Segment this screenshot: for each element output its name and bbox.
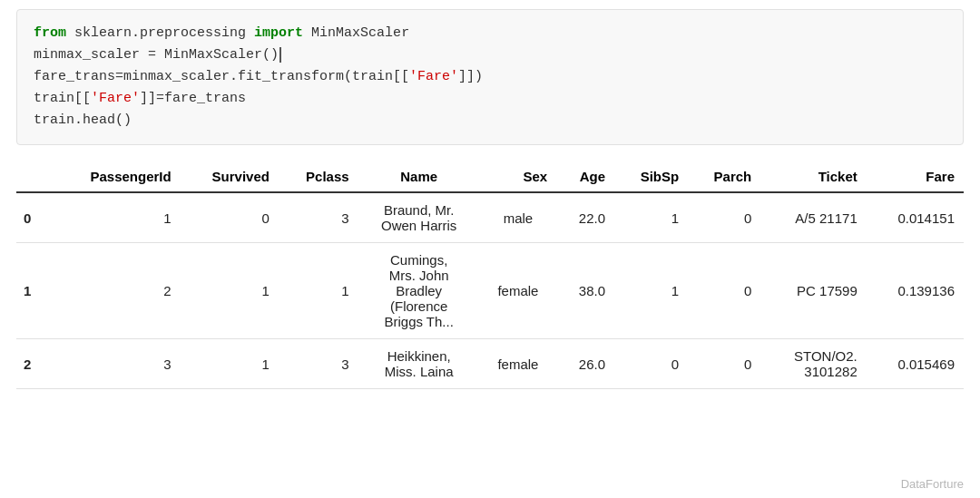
code-line-3: fare_trans=minmax_scaler.fit_transform(t… [34,66,946,88]
cell-index: 2 [16,339,52,389]
cell-ticket: PC 17599 [760,243,867,339]
cell-name: Cumings,Mrs. JohnBradley(FlorenceBriggs … [358,243,480,339]
col-header-name: Name [358,161,480,192]
cell-pclass: 1 [279,243,358,339]
cell-ticket: STON/O2.3101282 [760,339,867,389]
cell-age: 26.0 [556,339,614,389]
cell-pclass: 3 [279,339,358,389]
cell-fare: 0.014151 [867,192,964,243]
cell-sex: female [480,339,556,389]
data-table: PassengerId Survived Pclass Name Sex Age… [16,161,964,389]
cell-passengerid: 2 [52,243,181,339]
dataframe-table: PassengerId Survived Pclass Name Sex Age… [16,161,964,389]
cell-age: 22.0 [556,192,614,243]
cell-parch: 0 [688,243,760,339]
cell-index: 1 [16,243,52,339]
col-header-sibsp: SibSp [614,161,688,192]
cell-sibsp: 0 [614,339,688,389]
code-line-2: minmax_scaler = MinMaxScaler() [34,44,946,66]
table-row: 1 2 1 1 Cumings,Mrs. JohnBradley(Florenc… [16,243,964,339]
cell-survived: 1 [181,243,279,339]
watermark: DataForture [901,477,964,491]
cell-age: 38.0 [556,243,614,339]
col-header-sex: Sex [480,161,556,192]
table-row: 0 1 0 3 Braund, Mr.Owen Harris male 22.0… [16,192,964,243]
col-header-pclass: Pclass [279,161,358,192]
table-row: 2 3 1 3 Heikkinen,Miss. Laina female 26.… [16,339,964,389]
code-line-5: train.head() [34,110,946,132]
code-line-4: train[['Fare']]=fare_trans [34,88,946,110]
cell-sibsp: 1 [614,243,688,339]
cell-passengerid: 3 [52,339,181,389]
keyword-from: from [34,25,66,41]
col-header-survived: Survived [181,161,279,192]
cell-survived: 0 [181,192,279,243]
cell-passengerid: 1 [52,192,181,243]
col-header-parch: Parch [688,161,760,192]
cell-sibsp: 1 [614,192,688,243]
cell-fare: 0.139136 [867,243,964,339]
cell-parch: 0 [688,339,760,389]
cell-ticket: A/5 21171 [760,192,867,243]
cell-parch: 0 [688,192,760,243]
col-header-age: Age [556,161,614,192]
col-header-passengerid: PassengerId [52,161,181,192]
cell-index: 0 [16,192,52,243]
col-header-ticket: Ticket [760,161,867,192]
cell-sex: female [480,243,556,339]
keyword-import: import [254,25,303,41]
cell-fare: 0.015469 [867,339,964,389]
table-header-row: PassengerId Survived Pclass Name Sex Age… [16,161,964,192]
col-header-fare: Fare [867,161,964,192]
code-block: from sklearn.preprocessing import MinMax… [16,9,964,145]
cell-survived: 1 [181,339,279,389]
cell-pclass: 3 [279,192,358,243]
cell-name: Braund, Mr.Owen Harris [358,192,480,243]
col-header-index [16,161,52,192]
cell-sex: male [480,192,556,243]
cell-name: Heikkinen,Miss. Laina [358,339,480,389]
code-line-1: from sklearn.preprocessing import MinMax… [34,23,946,44]
